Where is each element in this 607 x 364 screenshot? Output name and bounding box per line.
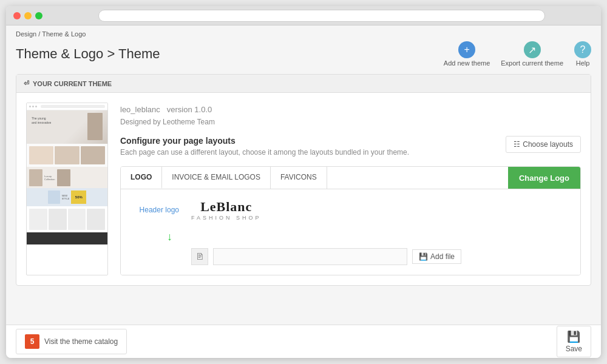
url-bar[interactable] bbox=[98, 10, 545, 22]
add-theme-label: Add new theme bbox=[444, 59, 490, 67]
breadcrumb-separator: / bbox=[38, 30, 40, 38]
layouts-icon: ☷ bbox=[514, 140, 520, 149]
maximize-dot[interactable] bbox=[35, 12, 42, 19]
export-theme-icon: ↗ bbox=[524, 41, 541, 58]
logo-preview: LeBlanc FASHION SHOP bbox=[191, 199, 262, 221]
preview-hero: The youngand innovative bbox=[27, 110, 107, 144]
theme-info: leo_leblanc version 1.0.0 Designed by Le… bbox=[120, 103, 581, 275]
theme-designer: Designed by Leotheme Team bbox=[120, 118, 581, 126]
panel-header-label: YOUR CURRENT THEME bbox=[33, 80, 112, 87]
main-content: Design / Theme & Logo Theme & Logo > The… bbox=[6, 25, 601, 325]
tab-favicons[interactable]: FAVICONS bbox=[271, 167, 327, 189]
preview-banner: NEWSTYLE 50% bbox=[27, 188, 107, 206]
logo-main-text: LeBlanc bbox=[200, 199, 252, 215]
configure-desc: Each page can use a different layout, ch… bbox=[120, 148, 409, 157]
help-label: Help bbox=[576, 59, 590, 67]
breadcrumb-current[interactable]: Theme & Logo bbox=[42, 30, 86, 38]
panel-body: The youngand innovative LuxuryCollection bbox=[16, 93, 591, 285]
add-file-icon: 💾 bbox=[419, 252, 428, 261]
close-dot[interactable] bbox=[13, 12, 21, 19]
export-theme-label: Export current theme bbox=[501, 59, 563, 67]
html5-icon: 5 bbox=[25, 334, 39, 349]
file-input-field[interactable] bbox=[213, 248, 407, 265]
page-title: Theme & Logo > Theme bbox=[16, 46, 160, 62]
configure-title: Configure your page layouts bbox=[120, 136, 409, 146]
theme-panel: ⏎ YOUR CURRENT THEME The youngand innova… bbox=[16, 74, 591, 286]
add-theme-icon: + bbox=[458, 41, 475, 58]
arrow-down-icon: ↓ bbox=[167, 231, 172, 243]
file-input-row: 🖹 💾 Add file bbox=[191, 248, 571, 265]
content-area: ⏎ YOUR CURRENT THEME The youngand innova… bbox=[6, 74, 601, 325]
theme-preview: The youngand innovative LuxuryCollection bbox=[26, 103, 108, 275]
bottom-bar: 5 Visit the theme catalog 💾 Save bbox=[6, 325, 601, 358]
help-icon: ? bbox=[574, 41, 591, 58]
choose-layouts-button[interactable]: ☷ Choose layouts bbox=[506, 136, 581, 153]
monitor-icon: ⏎ bbox=[24, 79, 29, 87]
help-action[interactable]: ? Help bbox=[574, 41, 591, 67]
file-type-icon: 🖹 bbox=[191, 248, 208, 265]
preview-footer bbox=[27, 232, 107, 244]
add-file-button[interactable]: 💾 Add file bbox=[412, 249, 461, 264]
theme-name-heading: leo_leblanc version 1.0.0 bbox=[120, 103, 581, 115]
tab-invoice[interactable]: INVOICE & EMAIL LOGOS bbox=[162, 167, 271, 189]
change-logo-button[interactable]: Change Logo bbox=[508, 167, 580, 189]
visit-catalog-button[interactable]: 5 Visit the theme catalog bbox=[16, 329, 127, 354]
panel-header: ⏎ YOUR CURRENT THEME bbox=[16, 75, 591, 93]
breadcrumb-parent[interactable]: Design bbox=[16, 30, 36, 38]
header-logo-label: Header logo bbox=[131, 206, 179, 214]
preview-top-bar bbox=[27, 103, 107, 110]
logo-tabs: LOGO INVOICE & EMAIL LOGOS FAVICONS Chan… bbox=[120, 166, 581, 275]
page-header: Theme & Logo > Theme + Add new theme ↗ E… bbox=[6, 39, 601, 74]
preview-products-2 bbox=[27, 206, 107, 232]
preview-products-1 bbox=[27, 144, 107, 167]
preview-section2: LuxuryCollection bbox=[27, 167, 107, 188]
add-new-theme-action[interactable]: + Add new theme bbox=[444, 41, 490, 67]
minimize-dot[interactable] bbox=[24, 12, 32, 19]
tabs-header: LOGO INVOICE & EMAIL LOGOS FAVICONS Chan… bbox=[121, 167, 580, 189]
title-bar bbox=[6, 6, 601, 25]
save-button[interactable]: 💾 Save bbox=[557, 326, 591, 357]
save-icon: 💾 bbox=[567, 330, 580, 343]
tab-logo[interactable]: LOGO bbox=[121, 167, 162, 189]
window-controls bbox=[13, 12, 42, 19]
export-theme-action[interactable]: ↗ Export current theme bbox=[501, 41, 563, 67]
header-actions: + Add new theme ↗ Export current theme ?… bbox=[444, 41, 591, 67]
logo-row: Header logo LeBlanc FASHION SHOP bbox=[131, 199, 571, 221]
tab-content-logo: Header logo LeBlanc FASHION SHOP ↓ bbox=[121, 189, 580, 275]
breadcrumb: Design / Theme & Logo bbox=[6, 25, 601, 39]
logo-sub-text: FASHION SHOP bbox=[191, 215, 262, 221]
